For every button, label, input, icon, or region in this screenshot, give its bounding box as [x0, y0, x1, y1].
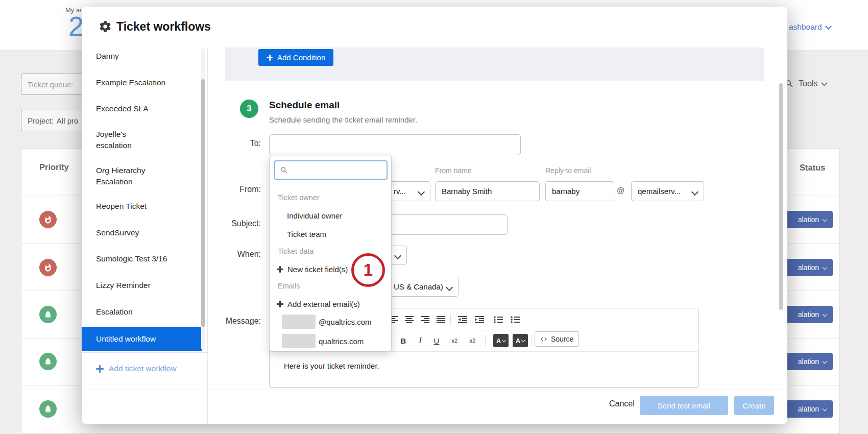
add-external-emails-label: Add external email(s) [287, 300, 360, 308]
add-ticket-workflow-label: Add ticket workflow [109, 364, 177, 373]
sidebar-scrollbar-thumb[interactable] [201, 79, 205, 327]
modal-title: Ticket workflows [116, 20, 211, 34]
sidebar-item-joyelles-escalation[interactable]: Joyelle's escalation [96, 129, 194, 151]
add-condition-button[interactable]: Add Condition [258, 49, 333, 66]
dropdown-group-ticket-owner: Ticket owner [270, 190, 391, 205]
condition-panel: Add Condition [225, 47, 764, 81]
sidebar-item-escalation[interactable]: Escalation [96, 306, 194, 318]
toolbar-bottom-divider [270, 351, 698, 352]
sidebar-item-reopen-ticket[interactable]: Reopen Ticket [96, 201, 194, 212]
dropdown-item-add-external-emails[interactable]: Add external email(s) [270, 296, 391, 311]
create-button[interactable]: Create [734, 396, 774, 415]
align-center-button[interactable] [402, 313, 416, 326]
at-symbol: @ [617, 186, 624, 195]
message-label: Message: [200, 317, 261, 326]
text-color-button[interactable]: A [493, 334, 509, 347]
numbered-list-icon [493, 316, 503, 324]
sidebar-item-danny[interactable]: Danny [96, 51, 194, 62]
subscript-button[interactable]: x2 [448, 334, 461, 347]
cancel-button[interactable]: Cancel [609, 399, 635, 408]
modal-scrollbar-thumb[interactable] [779, 83, 783, 310]
source-button-label: Source [551, 335, 573, 343]
editor-content[interactable]: Here is your ticket reminder. [284, 361, 379, 370]
reply-to-input[interactable] [545, 181, 614, 201]
superscript-button[interactable]: x2 [466, 334, 479, 347]
reply-to-email-label: Reply-to email [545, 166, 591, 175]
toolbar-separator [488, 314, 488, 325]
align-justify-icon [436, 316, 446, 324]
plus-icon [96, 365, 104, 373]
recipient-search-box[interactable] [274, 160, 388, 180]
chevron-down-icon [691, 188, 698, 196]
toolbar-separator [450, 314, 451, 325]
dropdown-item-email-1[interactable]: @qualtrics.com [270, 314, 391, 329]
dropdown-item-individual-owner[interactable]: Individual owner [270, 208, 391, 223]
chevron-down-icon [394, 252, 401, 259]
align-center-icon [404, 316, 414, 324]
source-button[interactable]: Source [535, 331, 579, 347]
toolbar-separator [531, 335, 532, 346]
chevron-down-icon [446, 284, 453, 291]
dropdown-item-email-2[interactable]: qualtrics.com [270, 333, 391, 349]
add-ticket-workflow-button[interactable]: Add ticket workflow [96, 364, 177, 373]
sidebar-item-exceeded-sla[interactable]: Exceeded SLA [96, 103, 194, 114]
dropdown-item-ticket-team[interactable]: Ticket team [270, 226, 391, 242]
step-subtitle: Schedule sending the ticket email remind… [269, 115, 417, 124]
chevron-down-icon [502, 338, 506, 342]
step-number-badge: 3 [240, 100, 258, 118]
add-condition-label: Add Condition [277, 53, 325, 62]
source-code-icon [540, 335, 547, 343]
from-name-input[interactable] [435, 181, 540, 201]
bullet-list-icon [510, 316, 520, 324]
numbered-list-button[interactable] [492, 313, 505, 326]
plus-icon [277, 301, 283, 307]
recipient-dropdown-popup: Ticket owner Individual owner Ticket tea… [269, 156, 392, 351]
gear-icon [99, 20, 112, 35]
sidebar-item-org-hierarchy-escalation[interactable]: Org Hierarchy Escalation [96, 165, 194, 187]
indent-button[interactable] [473, 313, 486, 326]
to-label: To: [200, 139, 261, 148]
background-color-letter: A [516, 337, 520, 345]
redacted-text [282, 315, 316, 329]
reply-to-domain-value: qemailserv... [638, 187, 681, 196]
bullet-list-button[interactable] [509, 313, 522, 326]
align-right-button[interactable] [418, 313, 431, 326]
ticket-workflows-modal: Ticket workflows Danny Example Escalatio… [82, 7, 787, 424]
search-icon [280, 166, 288, 175]
sidebar-bottom-divider [82, 352, 207, 353]
plus-icon [277, 266, 283, 273]
send-test-email-button[interactable]: Send test email [640, 396, 728, 415]
underline-button[interactable]: U [430, 334, 443, 347]
reply-to-domain-dropdown[interactable]: qemailserv... [631, 181, 704, 201]
chevron-down-icon [418, 188, 425, 196]
from-domain-value: rv... [394, 187, 406, 196]
email-domain-label: @qualtrics.com [319, 318, 372, 326]
when-label: When: [200, 250, 261, 259]
redacted-text [282, 334, 316, 348]
new-ticket-fields-label: New ticket field(s) [287, 265, 348, 274]
bold-button[interactable]: B [397, 334, 410, 347]
outdent-icon [457, 316, 468, 324]
superscript-digit: 2 [472, 338, 475, 344]
to-input[interactable] [269, 134, 521, 155]
sidebar-item-example-escalation[interactable]: Example Escalation [96, 77, 194, 88]
background-color-button[interactable]: A [513, 334, 528, 347]
sidebar-item-sendsurvey[interactable]: SendSurvey [96, 227, 194, 238]
email-domain-label: qualtrics.com [319, 337, 364, 346]
italic-button[interactable]: I [414, 334, 427, 347]
recipient-search-input[interactable] [293, 165, 382, 175]
indent-icon [474, 316, 485, 324]
sidebar-item-lizzy-reminder[interactable]: Lizzy Reminder [96, 280, 194, 291]
chevron-down-icon [521, 338, 525, 342]
footer-divider [82, 390, 787, 390]
from-label: From: [200, 185, 261, 194]
text-color-letter: A [496, 337, 501, 345]
timezone-value: US & Canada) [394, 282, 443, 291]
sidebar-item-sumologic-test[interactable]: Sumologic Test 3/16 [96, 253, 194, 264]
outdent-button[interactable] [456, 313, 469, 326]
sidebar-divider [207, 47, 208, 424]
align-right-icon [420, 316, 430, 324]
subject-label: Subject: [200, 219, 261, 228]
align-justify-button[interactable] [434, 313, 447, 326]
sidebar-item-untitled-workflow-selected[interactable]: Untitled workflow [82, 327, 202, 351]
